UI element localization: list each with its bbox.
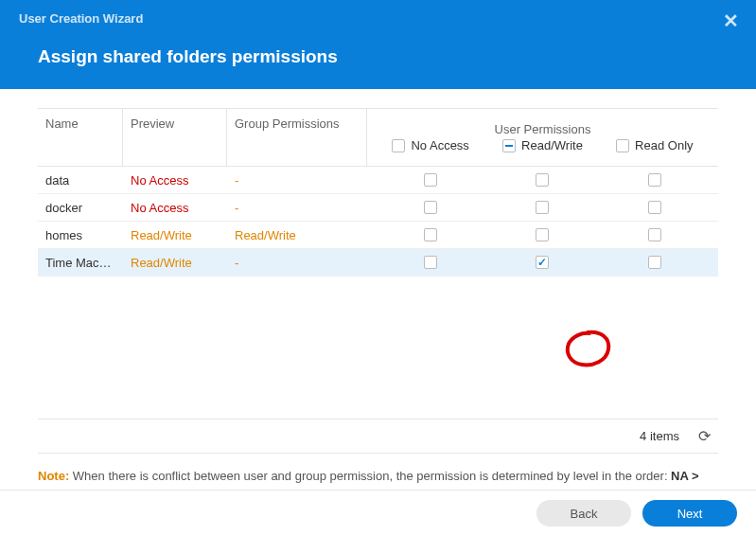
cell-group: - [227, 201, 367, 215]
checkbox-no-access[interactable] [424, 256, 437, 269]
refresh-icon[interactable]: ⟳ [698, 427, 711, 445]
cell-group: Read/Write [227, 228, 367, 242]
cell-user-permissions [367, 173, 718, 187]
cell-preview: Read/Write [123, 228, 227, 242]
table-row[interactable]: dataNo Access- [38, 167, 718, 194]
checkbox-read-only[interactable] [648, 201, 661, 214]
header-read-write: Read/Write [486, 138, 598, 152]
checkbox-read-write[interactable] [536, 173, 549, 187]
title-bar: User Creation Wizard Assign shared folde… [0, 0, 756, 89]
header-checkbox-read-only[interactable] [616, 139, 629, 152]
column-user-permissions: User Permissions No Access Read/Write Re… [367, 109, 718, 166]
cell-group: - [227, 256, 367, 270]
header-read-only-label: Read Only [635, 138, 693, 152]
header-no-access: No Access [375, 138, 486, 152]
cell-name: data [38, 173, 123, 188]
table-row[interactable]: homesRead/WriteRead/Write [38, 222, 718, 249]
user-permissions-label: User Permissions [375, 116, 711, 138]
checkbox-read-only[interactable] [648, 256, 661, 269]
permissions-table: Name Preview Group Permissions User Perm… [38, 108, 718, 277]
next-button[interactable]: Next [642, 500, 737, 527]
items-count: 4 items [640, 429, 679, 443]
table-header: Name Preview Group Permissions User Perm… [38, 109, 718, 167]
cell-preview: No Access [123, 173, 227, 188]
window-title: User Creation Wizard [19, 0, 737, 26]
column-name: Name [38, 109, 123, 166]
checkbox-read-write[interactable] [536, 201, 549, 214]
checkbox-read-only[interactable] [648, 173, 661, 187]
note-label: Note: [38, 469, 69, 483]
header-checkbox-no-access[interactable] [392, 139, 405, 152]
checkbox-read-write[interactable] [536, 228, 549, 241]
header-no-access-label: No Access [411, 138, 468, 152]
close-icon[interactable]: ✕ [723, 9, 739, 32]
cell-name: Time Mac… [38, 256, 123, 270]
cell-user-permissions [367, 201, 718, 214]
cell-name: homes [38, 228, 123, 242]
checkbox-read-write[interactable] [536, 256, 549, 269]
checkbox-no-access[interactable] [424, 228, 437, 241]
cell-user-permissions [367, 228, 718, 241]
back-button[interactable]: Back [536, 500, 631, 527]
cell-group: - [227, 173, 367, 188]
table-body: dataNo Access-dockerNo Access-homesRead/… [38, 167, 718, 277]
column-group-permissions: Group Permissions [227, 109, 367, 166]
header-read-write-label: Read/Write [521, 138, 583, 152]
table-row[interactable]: Time Mac…Read/Write- [38, 249, 718, 277]
page-title: Assign shared folders permissions [19, 46, 737, 67]
cell-preview: Read/Write [123, 256, 227, 270]
content-area: Name Preview Group Permissions User Perm… [0, 89, 756, 507]
header-read-only: Read Only [599, 138, 711, 152]
cell-preview: No Access [123, 201, 227, 215]
column-preview: Preview [123, 109, 227, 166]
note-body: When there is conflict between user and … [73, 469, 671, 483]
status-bar: 4 items ⟳ [38, 419, 718, 454]
checkbox-no-access[interactable] [424, 201, 437, 214]
cell-user-permissions [367, 256, 718, 269]
checkbox-no-access[interactable] [424, 173, 437, 187]
table-row[interactable]: dockerNo Access- [38, 194, 718, 222]
header-checkbox-read-write[interactable] [502, 139, 516, 152]
cell-name: docker [38, 201, 123, 215]
footer: Back Next [0, 490, 756, 536]
checkbox-read-only[interactable] [648, 228, 661, 241]
